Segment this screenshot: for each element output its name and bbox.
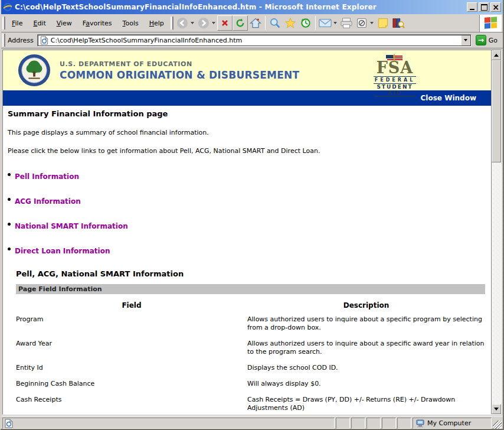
edit-program-icon	[356, 18, 367, 28]
pell-information-link[interactable]: Pell Information	[15, 172, 79, 181]
books-magnifier-icon	[392, 17, 405, 29]
help-content: Summary Financial Information page This …	[3, 106, 491, 414]
status-pane	[366, 418, 381, 429]
menu-grip-handle[interactable]	[2, 17, 5, 30]
direct-loan-information-link[interactable]: Direct Loan Information	[15, 247, 110, 255]
scrollbar-thumb[interactable]	[492, 60, 501, 162]
address-dropdown-button[interactable]	[461, 35, 471, 46]
fsa-acronym: FSA	[374, 60, 416, 76]
menu-toolbar-row: File Edit View Favorites Tools Help	[1, 14, 503, 32]
description-cell: Allows authorized users to inquire about…	[247, 315, 485, 340]
search-button[interactable]	[267, 15, 283, 31]
minimize-button[interactable]	[467, 2, 477, 12]
fsa-word-federal: FEDERAL	[374, 76, 416, 83]
go-arrow-icon: →	[476, 35, 486, 45]
field-cell: Program	[16, 315, 247, 340]
address-grip-handle[interactable]	[2, 34, 5, 47]
stop-button[interactable]	[217, 15, 233, 31]
field-cell: Beginning Cash Balance	[16, 380, 247, 396]
address-value: C:\cod\HelpTextSchoolSummaryFinancialInf…	[51, 37, 461, 44]
status-main-pane	[2, 418, 335, 429]
address-label: Address	[6, 37, 37, 44]
refresh-icon	[235, 18, 246, 28]
table-row: Program Allows authorized users to inqui…	[16, 315, 485, 340]
field-description-table: Field Description Program Allows authori…	[16, 294, 485, 414]
table-row: Cash Receipts Cash Receipts = Draws (PY,…	[16, 396, 485, 414]
column-header-description: Description	[247, 294, 485, 315]
windows-logo-icon	[485, 17, 498, 30]
menu-file[interactable]: File	[6, 17, 28, 30]
print-button[interactable]	[339, 15, 354, 31]
resize-grip[interactable]	[493, 421, 502, 429]
fsa-logo: FSA FEDERAL STUDENT AID	[374, 53, 416, 97]
table-header-row: Field Description	[16, 294, 485, 315]
favorites-button[interactable]	[283, 15, 298, 31]
mail-dropdown-icon[interactable]	[333, 22, 337, 24]
arrow-down-icon	[494, 408, 499, 411]
close-window-link[interactable]: Close Window	[421, 94, 476, 102]
go-button[interactable]: → Go	[474, 34, 500, 47]
edit-dropdown-icon[interactable]	[370, 22, 374, 24]
close-window-bar: Close Window	[3, 90, 491, 106]
home-button[interactable]	[248, 15, 263, 31]
maximize-button[interactable]	[479, 2, 489, 12]
table-row: Entity Id Displays the school COD ID.	[16, 364, 485, 380]
acg-information-link[interactable]: ACG Information	[15, 197, 81, 206]
back-dropdown-icon[interactable]	[191, 22, 194, 24]
menu-edit[interactable]: Edit	[28, 17, 51, 30]
arrow-up-icon	[494, 54, 499, 57]
window-title: C:\cod\HelpTextSchoolSummaryFinancialInf…	[15, 3, 466, 11]
document-page: U.S. DEPARTMENT OF EDUCATION COMMON ORIG…	[3, 50, 491, 414]
status-pane	[336, 418, 350, 429]
page-icon	[40, 36, 48, 45]
my-computer-icon	[415, 419, 425, 428]
toolbar-grip-handle[interactable]	[171, 17, 174, 30]
list-item: National SMART Information	[8, 220, 485, 231]
search-icon	[269, 17, 281, 29]
status-pane	[397, 418, 411, 429]
history-icon	[300, 17, 312, 29]
internet-explorer-icon	[3, 2, 12, 12]
back-icon	[176, 17, 189, 30]
list-item: ACG Information	[8, 195, 485, 206]
description-cell: Displays the school COD ID.	[247, 364, 485, 380]
printer-icon	[340, 17, 353, 29]
stop-icon	[220, 18, 230, 28]
refresh-button[interactable]	[233, 15, 248, 31]
history-button[interactable]	[298, 15, 313, 31]
menu-tools[interactable]: Tools	[117, 17, 144, 30]
menu-help[interactable]: Help	[144, 17, 169, 30]
scroll-up-button[interactable]	[492, 50, 501, 60]
note-icon	[377, 17, 389, 29]
menu-favorites[interactable]: Favorites	[77, 17, 117, 30]
back-button[interactable]	[175, 15, 190, 31]
menu-view[interactable]: View	[51, 17, 77, 30]
dept-of-education-seal-icon	[17, 53, 51, 87]
vertical-scrollbar[interactable]	[491, 50, 501, 414]
page-title: Summary Financial Information page	[8, 109, 485, 118]
fsa-word-student-aid: STUDENT AID	[374, 83, 416, 97]
messenger-button[interactable]	[375, 15, 391, 31]
forward-button[interactable]	[196, 15, 211, 31]
toolbar-separator	[315, 16, 316, 30]
field-cell: Entity Id	[16, 364, 247, 380]
forward-dropdown-icon[interactable]	[212, 22, 215, 24]
status-pane	[382, 418, 396, 429]
table-row: Award Year Allows authorized users to in…	[16, 340, 485, 364]
scroll-down-button[interactable]	[492, 404, 501, 414]
zone-label: My Computer	[427, 419, 471, 427]
browser-viewport: U.S. DEPARTMENT OF EDUCATION COMMON ORIG…	[2, 50, 502, 415]
intro-paragraph-1: This page displays a summary of school f…	[8, 129, 485, 136]
national-smart-information-link[interactable]: National SMART Information	[15, 222, 128, 230]
close-button[interactable]	[490, 2, 501, 12]
edit-button[interactable]	[354, 15, 369, 31]
table-caption: Page Field Information	[16, 284, 485, 294]
mail-button[interactable]	[318, 15, 333, 31]
intro-paragraph-2: Please click the below links to get info…	[8, 147, 485, 155]
address-input[interactable]: C:\cod\HelpTextSchoolSummaryFinancialInf…	[37, 34, 472, 47]
dept-line2: COMMON ORIGINATION & DISBURSEMENT	[60, 69, 299, 81]
field-cell: Cash Receipts	[16, 396, 247, 414]
description-cell: Cash Receipts = Draws (PY, DD) +/- Retur…	[247, 396, 485, 414]
research-button[interactable]	[391, 15, 406, 31]
banner-title-block: U.S. DEPARTMENT OF EDUCATION COMMON ORIG…	[60, 60, 299, 81]
